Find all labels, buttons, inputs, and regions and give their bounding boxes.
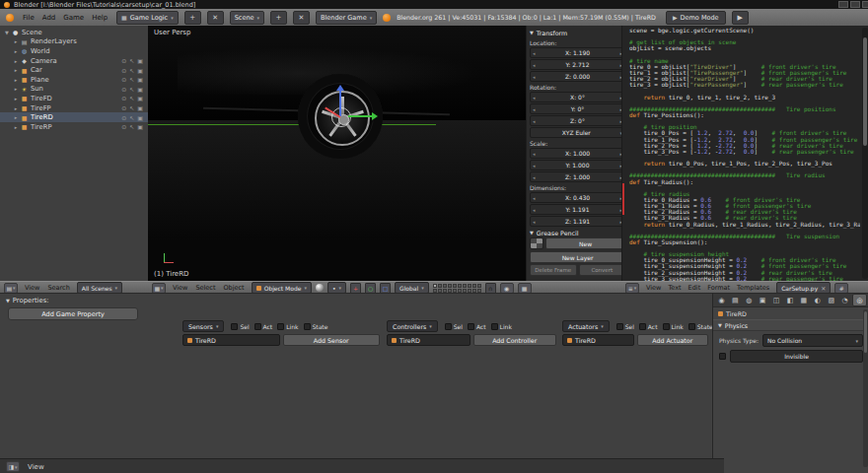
hide-icon[interactable]: ⊙ [121, 67, 126, 74]
hide-icon[interactable]: ⊙ [121, 104, 126, 111]
toggle-link[interactable]: Link [277, 323, 298, 330]
layer-cell[interactable] [448, 289, 452, 293]
hide-icon[interactable]: ⊙ [121, 76, 126, 83]
selectable-icon[interactable]: ↖ [129, 67, 134, 74]
rotation-z-field[interactable]: ◂Z: 0°▸ [530, 115, 625, 126]
outliner-row-renderlayers[interactable]: ▸▤RenderLayers [0, 37, 148, 47]
physics-type-dropdown[interactable]: No Collision ▾ [762, 334, 863, 347]
layer-cell[interactable] [477, 289, 481, 293]
menu-select[interactable]: Select [192, 284, 218, 292]
layer-cell[interactable] [443, 289, 447, 293]
outliner-row-plane[interactable]: ▸■Plane⊙↖▣ [0, 75, 148, 85]
toggle-state[interactable]: State [304, 323, 328, 330]
expander-icon[interactable]: ▸ [12, 77, 20, 83]
outliner-row-car[interactable]: ▸■Car⊙↖▣ [0, 65, 148, 75]
layer-cell[interactable] [468, 289, 471, 293]
toggle-act[interactable]: Act [254, 323, 273, 330]
sensors-menu[interactable]: Sensors▾ [182, 320, 224, 332]
expander-icon[interactable]: ▸ [12, 105, 20, 111]
renderable-icon[interactable]: ▣ [137, 57, 143, 64]
minimize-button[interactable] [838, 1, 848, 8]
layer-cell[interactable] [458, 284, 462, 288]
toggle-sel[interactable]: Sel [616, 323, 634, 330]
add-game-property-button[interactable]: Add Game Property [8, 307, 138, 320]
translate-manipulator-toggle[interactable]: + [350, 283, 361, 294]
outliner-row-camera[interactable]: ▸◆Camera⊙↖▣ [0, 56, 148, 66]
scene-selector[interactable]: Scene ▾ [230, 11, 264, 25]
layer-cell[interactable] [438, 284, 442, 288]
layer-cell[interactable] [472, 284, 476, 288]
convert-button[interactable]: Convert [579, 264, 626, 276]
scrollbar[interactable] [862, 28, 868, 279]
code-area[interactable]: scene = bge.logic.getCurrentScene()# get… [629, 28, 860, 281]
add-controller-button[interactable]: Add Controller [473, 334, 557, 346]
rotation-y-field[interactable]: ◂Y: 0°▸ [530, 103, 625, 114]
viewport-shading-icon[interactable] [316, 284, 324, 292]
editor-type-icon[interactable]: ◨▾ [6, 461, 20, 472]
editor-type-icon[interactable]: ▦▾ [152, 283, 166, 294]
rotation-mode-dropdown[interactable]: XYZ Euler▾ [530, 127, 625, 138]
render-engine-selector[interactable]: Blender Game ▾ [316, 11, 377, 25]
manipulator-y-axis[interactable] [348, 115, 372, 117]
tab-modifiers[interactable]: ◧ [784, 295, 797, 305]
toggle-link[interactable]: Link [663, 323, 684, 330]
physics-panel-header[interactable]: ▼ Physics [713, 319, 868, 331]
blender-menu-icon[interactable] [6, 14, 14, 22]
outliner-panel[interactable]: ▼●Scene▸▤RenderLayers▸◍World▸◆Camera⊙↖▣▸… [0, 26, 149, 283]
close-button[interactable] [862, 1, 868, 8]
location-y-field[interactable]: ◂Y: 2.712▸ [530, 59, 625, 70]
line-numbers-toggle-icon[interactable]: # [834, 283, 848, 294]
game-properties-header[interactable]: ▼ Properties: [6, 297, 49, 304]
layer-cell[interactable] [453, 289, 457, 293]
toggle-act[interactable]: Act [468, 323, 486, 330]
layer-cell[interactable] [433, 289, 437, 293]
expander-icon[interactable]: ▸ [12, 48, 20, 54]
sensors-object[interactable]: TireRD [182, 334, 280, 346]
tab-particles[interactable]: ◔ [838, 295, 851, 305]
scrollbar[interactable] [863, 309, 868, 467]
invisible-checkbox[interactable] [719, 353, 726, 360]
dimensions-y-field[interactable]: ◂Y: 1.191▸ [530, 204, 625, 215]
toggle-link[interactable]: Link [491, 323, 512, 330]
menu-view[interactable]: View [170, 284, 190, 292]
controllers-menu[interactable]: Controllers▾ [387, 320, 438, 332]
hide-icon[interactable]: ⊙ [121, 95, 126, 101]
outliner-row-tirerd[interactable]: ▸■TireRD⊙↖▣ [0, 112, 148, 122]
tab-scene[interactable]: ▤ [729, 295, 742, 305]
rotation-x-field[interactable]: ◂X: 0°▸ [530, 92, 625, 102]
toggle-sel[interactable]: Sel [231, 323, 249, 330]
layer-cell[interactable] [453, 284, 457, 288]
layer-cell[interactable] [433, 284, 437, 288]
selectable-icon[interactable]: ↖ [129, 86, 134, 93]
expander-icon[interactable]: ▸ [12, 96, 20, 101]
controllers-object[interactable]: TireRD [387, 334, 470, 346]
renderable-icon[interactable]: ▣ [137, 76, 143, 83]
scale-y-field[interactable]: ◂Y: 1.000▸ [530, 160, 625, 170]
layer-cell[interactable] [468, 284, 471, 288]
scale-z-field[interactable]: ◂Z: 1.000▸ [530, 171, 625, 182]
text-editor[interactable]: scene = bge.logic.getCurrentScene()# get… [621, 26, 868, 281]
delete-frame-button[interactable]: Delete Frame [530, 264, 577, 276]
location-x-field[interactable]: ◂X: 1.190▸ [530, 47, 625, 58]
delete-layout-button[interactable]: ✕ [207, 11, 224, 25]
layer-cell[interactable] [463, 289, 467, 293]
hide-icon[interactable]: ⊙ [121, 57, 126, 64]
expander-icon[interactable]: ▸ [12, 124, 20, 130]
delete-scene-button[interactable]: ✕ [293, 11, 310, 25]
expander-icon[interactable]: ▸ [12, 114, 20, 120]
menu-file[interactable]: File [20, 14, 37, 22]
selectable-icon[interactable]: ↖ [129, 95, 134, 101]
selectable-icon[interactable]: ↖ [129, 123, 134, 130]
expander-icon[interactable]: ▸ [12, 86, 20, 92]
tab-physics[interactable]: ◎ [852, 294, 867, 306]
add-scene-button[interactable]: + [270, 11, 287, 25]
render-opengl-icon[interactable]: ◉ [500, 283, 514, 294]
renderable-icon[interactable]: ▣ [137, 104, 143, 111]
add-layout-button[interactable]: + [184, 11, 201, 25]
layer-cell[interactable] [477, 284, 481, 288]
grease-pencil-swatch[interactable] [530, 237, 543, 249]
menu-view[interactable]: View [25, 463, 47, 471]
expander-open-icon[interactable]: ▼ [3, 30, 11, 35]
outliner-row-scene[interactable]: ▼●Scene [0, 28, 148, 37]
outliner-row-tirefd[interactable]: ▸■TireFD⊙↖▣ [0, 94, 148, 103]
